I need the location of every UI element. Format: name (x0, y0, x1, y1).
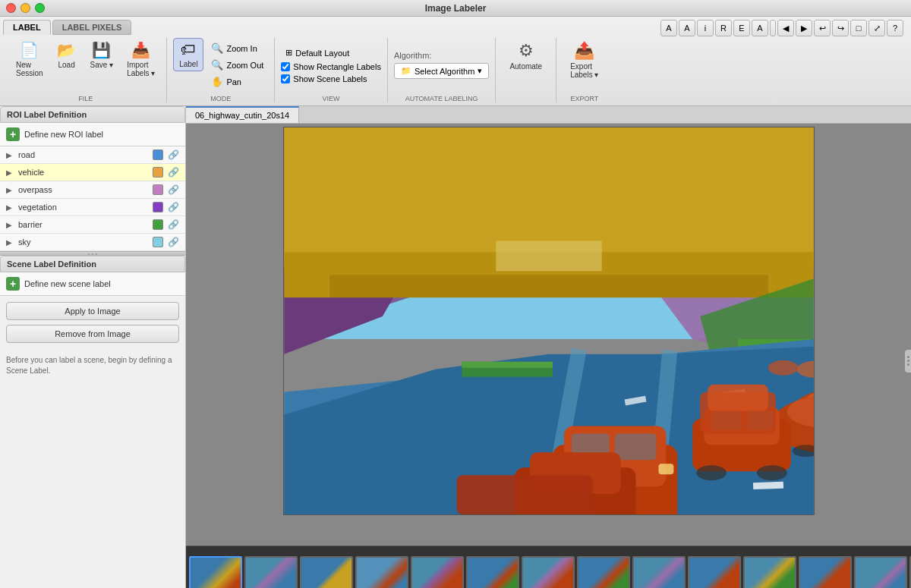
svg-rect-9 (496, 241, 601, 271)
export-labels-button[interactable]: 📤 ExportLabels ▾ (563, 38, 606, 82)
label-mode-button[interactable]: 🏷 Label (173, 38, 203, 71)
filmstrip-thumb-12[interactable] (799, 556, 852, 589)
toolbar-icon-1[interactable]: A (660, 20, 677, 36)
filmstrip-thumb-4[interactable] (355, 556, 408, 589)
scene-section-header: Scene Label Definition (0, 256, 185, 272)
export-section: 📤 ExportLabels ▾ EXPORT (556, 38, 612, 102)
vehicle-arrow: ▶ (6, 168, 14, 177)
label-item-vegetation[interactable]: ▶ vegetation 🔗 (0, 199, 185, 216)
toolbar-icon-12[interactable]: □ (850, 20, 867, 36)
svg-rect-58 (456, 475, 592, 514)
svg-rect-8 (329, 275, 768, 297)
add-roi-label-text[interactable]: Define new ROI label (24, 130, 103, 139)
add-roi-label-row[interactable]: + Define new ROI label (0, 123, 185, 146)
add-scene-label-row[interactable]: + Define new scene label (0, 272, 185, 296)
import-labels-button[interactable]: 📥 ImportLabels ▾ (121, 38, 160, 80)
window-controls[interactable] (6, 3, 45, 13)
filmstrip-thumb-6[interactable] (466, 556, 519, 589)
minimize-button[interactable] (20, 3, 30, 13)
toolbar-icon-3[interactable]: i (697, 20, 714, 36)
pan-icon: ✋ (211, 76, 223, 87)
close-button[interactable] (6, 3, 16, 13)
svg-rect-46 (708, 385, 768, 411)
label-item-overpass[interactable]: ▶ overpass 🔗 (0, 181, 185, 199)
view-section: ⊞ Default Layout Show Rectangle Labels S… (275, 38, 388, 102)
filmstrip-thumb-8[interactable] (577, 556, 630, 589)
filmstrip-thumb-11[interactable] (743, 556, 796, 589)
roi-section: ROI Label Definition + Define new ROI la… (0, 106, 185, 251)
toolbar-icon-14[interactable]: ? (887, 20, 903, 36)
load-button[interactable]: 📂 Load (52, 38, 82, 72)
filmstrip-thumb-1[interactable] (189, 556, 242, 589)
add-scene-label-text[interactable]: Define new scene label (24, 279, 111, 288)
barrier-color (153, 219, 163, 230)
remove-from-image-button[interactable]: Remove from Image (6, 325, 179, 343)
toolbar-icon-9[interactable]: ▶ (796, 20, 812, 36)
save-button[interactable]: 💾 Save ▾ (85, 38, 119, 72)
automate-icon: ⚙ (519, 41, 534, 61)
road-arrow: ▶ (6, 151, 14, 159)
toolbar-icon-5[interactable]: E (733, 20, 750, 36)
filmstrip-thumb-10[interactable] (688, 556, 741, 589)
apply-to-image-button[interactable]: Apply to Image (6, 302, 179, 320)
show-scene-checkbox[interactable]: Show Scene Labels (281, 74, 381, 83)
image-canvas (186, 124, 911, 546)
algo-folder-icon: 📁 (401, 66, 411, 76)
toolbar-icon-11[interactable]: ↪ (832, 20, 849, 36)
filmstrip (186, 546, 911, 588)
sky-color (153, 237, 163, 247)
tab-label-pixels[interactable]: LABEL PIXELS (52, 20, 132, 35)
label-item-road[interactable]: ▶ road 🔗 (0, 146, 185, 164)
filmstrip-thumb-7[interactable] (522, 556, 575, 589)
right-handle[interactable] (905, 350, 911, 373)
filmstrip-thumb-13[interactable] (854, 556, 907, 589)
filmstrip-thumb-5[interactable] (411, 556, 464, 589)
layout-icon: ⊞ (285, 48, 292, 58)
overpass-chain[interactable]: 🔗 (168, 184, 179, 195)
filmstrip-thumb-2[interactable] (244, 556, 298, 589)
vegetation-chain[interactable]: 🔗 (168, 202, 179, 212)
toolbar-icon-6[interactable]: A (752, 20, 768, 36)
zoom-out-icon: 🔍 (211, 59, 223, 71)
toolbar-icon-2[interactable]: A (679, 20, 695, 36)
vehicle-chain[interactable]: 🔗 (168, 167, 179, 178)
sky-chain[interactable]: 🔗 (168, 237, 179, 247)
svg-rect-52 (614, 433, 656, 460)
image-tab[interactable]: 06_highway_cutin_20s14 (186, 106, 299, 123)
algorithm-label: Algorithm: (394, 51, 489, 60)
label-item-sky[interactable]: ▶ sky 🔗 (0, 234, 185, 251)
road-color (153, 149, 163, 160)
toolbar-icon-13[interactable]: ⤢ (868, 20, 885, 36)
toolbar-icon-7[interactable] (770, 20, 776, 36)
maximize-button[interactable] (35, 3, 45, 13)
svg-rect-19 (752, 482, 783, 489)
zoom-in-button[interactable]: 🔍 Zoom In (206, 41, 268, 55)
label-item-barrier[interactable]: ▶ barrier 🔗 (0, 216, 185, 234)
toolbar-icon-4[interactable]: R (715, 20, 732, 36)
sidebar: ROI Label Definition + Define new ROI la… (0, 106, 186, 588)
automate-button[interactable]: ⚙ Automate (502, 38, 550, 74)
toolbar-icon-10[interactable]: ↩ (814, 20, 831, 36)
show-rectangle-checkbox[interactable]: Show Rectangle Labels (281, 62, 381, 71)
label-item-vehicle[interactable]: ▶ vehicle 🔗 (0, 164, 185, 181)
toolbar-icon-8[interactable]: ◀ (777, 20, 794, 36)
default-layout-button[interactable]: ⊞ Default Layout (281, 46, 381, 59)
new-session-icon: 📄 (20, 41, 39, 59)
zoom-in-icon: 🔍 (211, 42, 223, 54)
pan-button[interactable]: ✋ Pan (206, 74, 268, 89)
barrier-chain[interactable]: 🔗 (168, 219, 179, 230)
toolbar-container: LABEL LABEL PIXELS A A i R E A ◀ ▶ ↩ ↪ □… (0, 17, 911, 106)
tab-label[interactable]: LABEL (3, 20, 51, 35)
mode-section-label: MODE (210, 93, 231, 102)
select-algorithm-button[interactable]: 📁 Select Algorithm ▾ (394, 63, 489, 79)
filmstrip-thumb-3[interactable] (300, 556, 353, 589)
add-scene-icon[interactable]: + (6, 277, 20, 291)
new-session-button[interactable]: 📄 NewSession (11, 38, 49, 80)
road-chain[interactable]: 🔗 (168, 149, 179, 160)
add-roi-icon[interactable]: + (6, 127, 20, 141)
roi-section-header: ROI Label Definition (0, 106, 185, 123)
zoom-out-button[interactable]: 🔍 Zoom Out (206, 58, 268, 72)
filmstrip-thumb-9[interactable] (632, 556, 686, 589)
vegetation-color (153, 202, 163, 212)
import-icon: 📥 (131, 41, 150, 59)
